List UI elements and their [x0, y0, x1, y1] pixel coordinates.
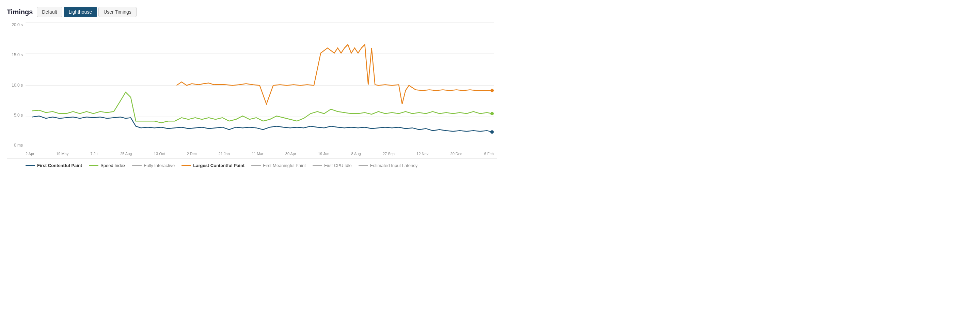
tab-default[interactable]: Default [37, 7, 62, 17]
chart-legend: First Contentful Paint Speed Index Fully… [7, 163, 497, 168]
legend-fmp: First Meaningful Paint [251, 163, 306, 168]
x-label-3: 25 Aug [120, 152, 132, 156]
chart-svg [25, 22, 494, 148]
x-label-6: 21 Jan [219, 152, 230, 156]
y-label-20s: 20.0 s [7, 22, 25, 27]
x-label-10: 8 Aug [351, 152, 361, 156]
x-label-14: 6 Feb [484, 152, 494, 156]
legend-lcp: Largest Contentful Paint [181, 163, 245, 168]
legend-fci: First CPU Idle [313, 163, 352, 168]
fcp-line [32, 116, 492, 132]
lcp-end-dot [490, 89, 494, 92]
x-label-13: 20 Dec [450, 152, 462, 156]
legend-eil-label: Estimated Input Latency [370, 163, 417, 168]
legend-fci-label: First CPU Idle [324, 163, 352, 168]
lcp-line [177, 45, 492, 104]
fcp-end-dot [490, 130, 494, 134]
y-label-5s: 5.0 s [7, 113, 25, 118]
x-label-9: 19 Jun [318, 152, 329, 156]
x-label-2: 7 Jul [91, 152, 99, 156]
x-label-12: 12 Nov [417, 152, 428, 156]
x-axis: 2 Apr 19 May 7 Jul 25 Aug 13 Oct 2 Dec 2… [25, 149, 494, 158]
legend-si-line [89, 165, 99, 166]
legend-eil-line [359, 165, 368, 166]
header-row: Timings Default Lighthouse User Timings [7, 7, 497, 17]
tab-user-timings[interactable]: User Timings [99, 7, 137, 17]
legend-fcp: First Contentful Paint [25, 163, 82, 168]
legend-fi-label: Fully Interactive [144, 163, 175, 168]
x-label-11: 27 Sep [383, 152, 395, 156]
chart-plot [25, 22, 494, 148]
x-label-1: 19 May [56, 152, 68, 156]
legend-lcp-label: Largest Contentful Paint [193, 163, 245, 168]
legend-fi: Fully Interactive [132, 163, 175, 168]
x-label-8: 30 Apr [285, 152, 296, 156]
legend-si: Speed Index [89, 163, 125, 168]
tab-lighthouse[interactable]: Lighthouse [64, 7, 97, 17]
y-axis: 0 ms 5.0 s 10.0 s 15.0 s 20.0 s [7, 22, 25, 148]
tab-group: Default Lighthouse User Timings [37, 7, 137, 17]
si-end-dot [490, 112, 494, 115]
chart-area: 0 ms 5.0 s 10.0 s 15.0 s 20.0 s [7, 22, 497, 159]
x-label-5: 2 Dec [187, 152, 197, 156]
x-label-7: 11 Mar [251, 152, 263, 156]
page-title: Timings [7, 8, 33, 16]
legend-eil: Estimated Input Latency [359, 163, 417, 168]
legend-fci-line [313, 165, 322, 166]
x-label-0: 2 Apr [25, 152, 34, 156]
y-label-15s: 15.0 s [7, 53, 25, 57]
x-label-4: 13 Oct [154, 152, 165, 156]
legend-fcp-label: First Contentful Paint [37, 163, 82, 168]
legend-fcp-line [25, 165, 35, 166]
legend-fi-line [132, 165, 142, 166]
y-label-0ms: 0 ms [7, 143, 25, 147]
y-label-10s: 10.0 s [7, 83, 25, 88]
legend-lcp-line [181, 165, 191, 166]
timings-panel: Timings Default Lighthouse User Timings … [7, 7, 497, 168]
legend-si-label: Speed Index [100, 163, 125, 168]
si-line [32, 92, 492, 123]
legend-fmp-label: First Meaningful Paint [263, 163, 306, 168]
legend-fmp-line [251, 165, 261, 166]
